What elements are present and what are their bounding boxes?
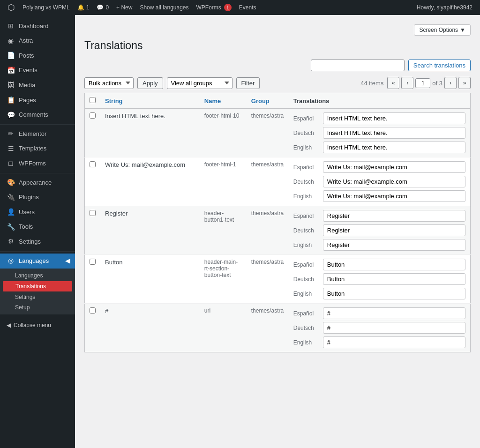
lang-label: Deutsch bbox=[293, 227, 319, 234]
translation-input[interactable] bbox=[323, 288, 465, 299]
menu-item-users[interactable]: 👤 Users bbox=[0, 205, 75, 220]
translation-input[interactable] bbox=[323, 112, 465, 124]
menu-item-tools[interactable]: 🔧 Tools bbox=[0, 220, 75, 235]
translation-input[interactable] bbox=[323, 161, 465, 173]
comment-icon: 💬 bbox=[97, 4, 104, 11]
submenu-item-translations[interactable]: Translations bbox=[3, 281, 72, 291]
menu-item-wpforms[interactable]: ◻ WPForms bbox=[0, 156, 75, 171]
translation-row: Deutsch bbox=[293, 176, 465, 187]
row-name: header-button1-text bbox=[200, 206, 247, 255]
apply-button[interactable]: Apply bbox=[137, 77, 163, 89]
menu-item-dashboard[interactable]: ⊞ Dashboard bbox=[0, 19, 75, 34]
menu-item-templates[interactable]: ☰ Templates bbox=[0, 142, 75, 157]
table-row: Write Us: mail@example.comfooter-html-1t… bbox=[85, 157, 471, 206]
menu-item-media[interactable]: 🖼 Media bbox=[0, 78, 75, 93]
row-checkbox[interactable] bbox=[90, 210, 96, 216]
posts-icon: 📄 bbox=[7, 51, 15, 60]
last-page-button[interactable]: » bbox=[458, 77, 471, 89]
filter-button[interactable]: Filter bbox=[236, 77, 260, 89]
select-all-checkbox[interactable] bbox=[90, 97, 96, 103]
submenu-item-languages[interactable]: Languages bbox=[0, 270, 75, 281]
translation-input[interactable] bbox=[323, 239, 465, 251]
menu-item-events[interactable]: 📅 Events bbox=[0, 63, 75, 78]
translation-input[interactable] bbox=[323, 224, 465, 236]
translation-input[interactable] bbox=[323, 322, 465, 334]
row-name: header-main-rt-section-button-text bbox=[200, 255, 247, 304]
table-row: Buttonheader-main-rt-section-button-text… bbox=[85, 255, 471, 304]
lang-label: Deutsch bbox=[293, 325, 319, 331]
comments-icon: 🔔 bbox=[77, 4, 84, 11]
adminbar-comments[interactable]: 🔔 1 bbox=[74, 0, 93, 15]
adminbar-wpforms[interactable]: WPForms 1 bbox=[193, 0, 235, 15]
adminbar-new[interactable]: + New bbox=[112, 0, 136, 15]
screen-options-button[interactable]: Screen Options ▼ bbox=[414, 24, 471, 36]
first-page-button[interactable]: « bbox=[387, 77, 399, 89]
translation-input[interactable] bbox=[323, 142, 465, 153]
row-checkbox-cell bbox=[85, 304, 101, 352]
adminbar-site-name[interactable]: Polylang vs WPML bbox=[19, 0, 74, 15]
row-name: footer-html-10 bbox=[200, 109, 247, 157]
lang-label: Deutsch bbox=[293, 130, 319, 136]
col-header-name[interactable]: Name bbox=[200, 93, 247, 109]
menu-item-posts[interactable]: 📄 Posts bbox=[0, 48, 75, 63]
search-input[interactable] bbox=[311, 60, 405, 71]
adminbar-logo[interactable]: ⬡ bbox=[4, 0, 19, 15]
prev-page-button[interactable]: ‹ bbox=[401, 77, 413, 89]
search-translations-button[interactable]: Search translations bbox=[408, 60, 471, 71]
collapse-menu-button[interactable]: ◀ Collapse menu bbox=[0, 318, 75, 332]
row-string: # bbox=[100, 304, 200, 352]
submenu-item-setup[interactable]: Setup bbox=[0, 302, 75, 313]
adminbar-show-languages[interactable]: Show all languages bbox=[136, 0, 192, 15]
col-header-string[interactable]: String bbox=[100, 93, 200, 109]
adminbar-comment-count[interactable]: 💬 0 bbox=[93, 0, 112, 15]
bulk-actions-select[interactable]: Bulk actions bbox=[84, 77, 134, 89]
menu-item-settings[interactable]: ⚙ Settings bbox=[0, 234, 75, 249]
translation-row: English bbox=[293, 239, 465, 251]
row-translations: EspañolDeutschEnglish bbox=[289, 304, 471, 352]
translation-input[interactable] bbox=[323, 336, 465, 348]
row-checkbox[interactable] bbox=[90, 259, 96, 265]
menu-item-appearance[interactable]: 🎨 Appearance bbox=[0, 175, 75, 190]
languages-submenu: Languages Translations Settings Setup bbox=[0, 269, 75, 314]
row-string: Button bbox=[100, 255, 200, 304]
row-checkbox[interactable] bbox=[90, 307, 96, 314]
current-page-input[interactable] bbox=[415, 78, 430, 88]
row-checkbox[interactable] bbox=[90, 112, 96, 119]
menu-item-languages[interactable]: ◎ Languages ◀ bbox=[0, 254, 75, 269]
adminbar-events[interactable]: Events bbox=[235, 0, 260, 15]
admin-bar: ⬡ Polylang vs WPML 🔔 1 💬 0 + New Show al… bbox=[0, 0, 480, 15]
translation-input[interactable] bbox=[323, 307, 465, 319]
translation-input[interactable] bbox=[323, 210, 465, 222]
translation-input[interactable] bbox=[323, 176, 465, 187]
row-translations: EspañolDeutschEnglish bbox=[289, 206, 471, 255]
row-checkbox-cell bbox=[85, 109, 101, 157]
translation-row: Español bbox=[293, 112, 465, 124]
translation-row: Español bbox=[293, 161, 465, 173]
collapse-icon: ◀ bbox=[7, 322, 11, 329]
translation-input[interactable] bbox=[323, 190, 465, 202]
translation-input[interactable] bbox=[323, 273, 465, 285]
col-header-check bbox=[85, 93, 101, 109]
row-checkbox[interactable] bbox=[90, 161, 96, 167]
page-title: Translations bbox=[84, 39, 471, 52]
wpforms-icon: ◻ bbox=[7, 159, 15, 168]
translation-row: Deutsch bbox=[293, 127, 465, 139]
row-string: Register bbox=[100, 206, 200, 255]
col-header-group[interactable]: Group bbox=[247, 93, 289, 109]
view-all-groups-select[interactable]: View all groups bbox=[167, 77, 232, 89]
menu-item-plugins[interactable]: 🔌 Plugins bbox=[0, 190, 75, 205]
menu-item-astra[interactable]: ◉ Astra bbox=[0, 34, 75, 49]
submenu-item-settings[interactable]: Settings bbox=[0, 292, 75, 302]
media-icon: 🖼 bbox=[7, 81, 15, 90]
menu-item-elementor[interactable]: ✏ Elementor bbox=[0, 127, 75, 142]
menu-item-pages[interactable]: 📋 Pages bbox=[0, 93, 75, 108]
row-group: themes/astra bbox=[247, 109, 289, 157]
menu-item-comments[interactable]: 💬 Comments bbox=[0, 108, 75, 123]
translation-row: Deutsch bbox=[293, 322, 465, 334]
row-name: url bbox=[200, 304, 247, 352]
col-header-translations: Translations bbox=[289, 93, 471, 109]
translation-input[interactable] bbox=[323, 259, 465, 270]
adminbar-howdy[interactable]: Howdy, siyapifihe3942 bbox=[413, 0, 476, 15]
next-page-button[interactable]: › bbox=[444, 77, 457, 89]
translation-input[interactable] bbox=[323, 127, 465, 139]
